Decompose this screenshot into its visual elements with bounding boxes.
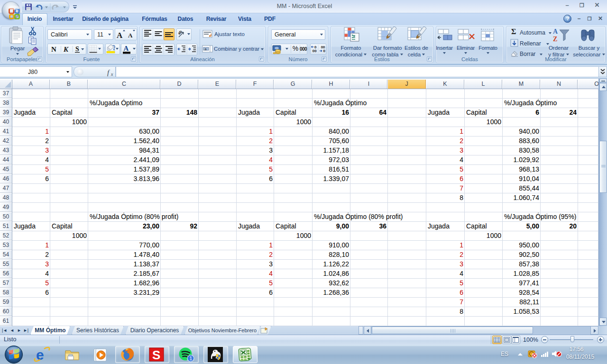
svg-text:K: K	[63, 46, 69, 53]
svg-text:A: A	[553, 28, 558, 35]
svg-text:A: A	[124, 45, 129, 52]
svg-text:00: 00	[313, 49, 317, 53]
svg-text:N: N	[51, 46, 56, 53]
svg-text:A: A	[117, 31, 123, 40]
svg-text:a: a	[205, 47, 207, 51]
svg-text:f: f	[107, 69, 110, 76]
svg-text:S: S	[75, 46, 79, 53]
svg-text:1: 1	[190, 356, 193, 361]
svg-text:Z: Z	[553, 36, 557, 43]
svg-text:x: x	[110, 72, 113, 77]
svg-text:A: A	[128, 32, 133, 39]
svg-text:0: 0	[323, 49, 325, 53]
svg-text:S: S	[152, 348, 160, 362]
svg-text:ab: ab	[177, 29, 183, 36]
